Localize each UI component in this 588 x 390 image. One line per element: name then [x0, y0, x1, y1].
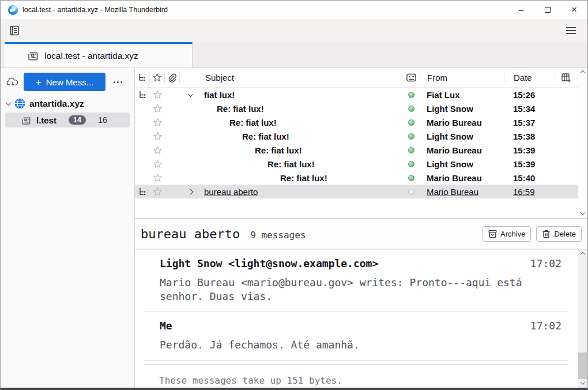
newspaper-icon [28, 51, 39, 61]
row-date: 15:38 [504, 132, 555, 141]
globe-icon [14, 98, 25, 109]
folder-pane-options-button[interactable] [111, 78, 125, 87]
thread-twisty-icon[interactable] [184, 93, 196, 97]
message-list-row[interactable]: Re: fiat lux! Light Snow 15:38 [135, 129, 578, 143]
scrollbar-thumb[interactable] [578, 352, 587, 379]
contact-card-icon [406, 73, 416, 82]
new-message-button[interactable]: + New Mess... [24, 73, 105, 91]
account-name: antartida.xyz [29, 99, 84, 109]
conversation-header: bureau aberto 9 messages Archive [135, 219, 587, 250]
star-icon[interactable] [153, 187, 163, 197]
row-subject: Re: fiat lux! [217, 104, 264, 114]
sidebar-item-account[interactable]: antartida.xyz [1, 93, 134, 112]
message-author: Me [160, 320, 172, 332]
star-icon[interactable] [153, 159, 163, 169]
message-list-row[interactable]: bureau aberto Mario Bureau 16:59 [135, 185, 578, 198]
scroll-down-icon[interactable] [580, 380, 585, 384]
read-status-dot[interactable] [408, 175, 414, 181]
close-button[interactable]: × [561, 1, 587, 19]
thread-twisty-icon[interactable] [184, 190, 196, 194]
correspondents-column-header[interactable] [402, 72, 420, 84]
message-time: 17:02 [530, 257, 561, 269]
row-date: 16:59 [504, 187, 555, 197]
message-item[interactable]: Me 17:02 Perdão. Já fechamos. Até amanhã… [135, 312, 578, 360]
tab-label: local.test - antartida.xyz [44, 51, 138, 61]
scroll-up-icon[interactable] [580, 252, 585, 257]
row-date: 15:39 [504, 159, 555, 169]
message-list-row[interactable]: Re: fiat lux! Mario Bureau 15:40 [135, 171, 578, 185]
from-column-header[interactable]: From [420, 72, 504, 84]
message-item[interactable]: Light Snow <light@snow.example.com> 17:0… [135, 250, 578, 312]
star-icon[interactable] [153, 118, 163, 127]
paperclip-icon [168, 73, 176, 82]
row-subject: Re: fiat lux! [255, 145, 302, 155]
star-column-header[interactable] [150, 72, 165, 84]
row-date: 15:37 [504, 118, 555, 127]
scroll-up-icon[interactable] [581, 70, 585, 75]
message-list-row[interactable]: Re: fiat lux! Light Snow 15:34 [135, 102, 578, 115]
read-status-dot[interactable] [408, 189, 414, 195]
column-picker-button[interactable] [555, 72, 578, 84]
archive-button[interactable]: Archive [483, 226, 531, 242]
date-column-header[interactable]: Date [504, 72, 555, 84]
message-divider [144, 360, 568, 361]
sidebar-item-folder-ltest[interactable]: l.test 14 16 [5, 112, 130, 127]
spaces-toolbar-icon[interactable] [9, 25, 20, 36]
message-list-header: Subject From Date [135, 68, 578, 88]
row-subject: Re: fiat lux! [267, 159, 315, 169]
row-from: Light Snow [420, 159, 504, 169]
message-list-scrolled: Light Snow <light@snow.example.com> 17:0… [135, 250, 578, 388]
subject-column-header[interactable]: Subject [180, 72, 402, 84]
row-from: Mario Bureau [420, 145, 504, 155]
tab-bar: local.test - antartida.xyz [1, 42, 587, 68]
titlebar: local.test - antartida.xyz - Mozilla Thu… [1, 1, 587, 19]
message-list-row[interactable]: Re: fiat lux! Mario Bureau 15:39 [135, 143, 578, 157]
read-status-dot[interactable] [408, 119, 414, 126]
star-icon[interactable] [153, 104, 163, 114]
thread-icon [138, 187, 147, 196]
thread-column-header[interactable] [135, 72, 150, 84]
total-count: 16 [98, 115, 107, 125]
row-from: Mario Bureau [420, 173, 504, 183]
read-status-dot[interactable] [408, 106, 414, 112]
new-message-label: New Mess... [46, 77, 94, 87]
message-list-row[interactable]: Re: fiat lux! Light Snow 15:39 [135, 157, 578, 171]
row-from: Mario Bureau [420, 187, 504, 197]
trash-icon [542, 230, 551, 238]
row-date: 15:39 [504, 145, 555, 155]
attachment-column-header[interactable] [165, 72, 180, 84]
message-reader-pane: Light Snow <light@snow.example.com> 17:0… [135, 250, 587, 388]
message-body: Perdão. Já fechamos. Até amanhã. [160, 338, 534, 352]
sync-cloud-icon[interactable] [6, 77, 19, 87]
message-list-rows: fiat lux! Fiat Lux 15:26 Re: fiat lux! L… [135, 88, 578, 218]
star-icon[interactable] [153, 132, 163, 141]
message-author: Light Snow <light@snow.example.com> [160, 257, 378, 269]
messages-size-footer: These messages take up 151 bytes. [144, 364, 568, 386]
read-status-dot[interactable] [408, 147, 414, 153]
maximize-button[interactable] [534, 1, 561, 19]
thread-icon [138, 91, 147, 99]
scroll-down-icon[interactable] [581, 210, 585, 215]
message-list-row[interactable]: fiat lux! Fiat Lux 15:26 [135, 88, 578, 102]
star-icon[interactable] [153, 173, 163, 183]
app-menu-button[interactable] [562, 23, 579, 38]
tab-mail[interactable]: local.test - antartida.xyz [5, 42, 193, 68]
chevron-down-icon[interactable] [6, 100, 12, 106]
message-list-row[interactable]: Re: fiat lux! Mario Bureau 15:37 [135, 115, 578, 129]
star-icon[interactable] [153, 145, 163, 155]
row-from: Light Snow [420, 104, 504, 114]
conversation-title: bureau aberto [141, 227, 240, 241]
message-list-scrollbar[interactable] [578, 68, 587, 218]
read-status-dot[interactable] [408, 92, 414, 98]
delete-label: Delete [554, 230, 576, 238]
read-status-dot[interactable] [408, 161, 414, 167]
read-status-dot[interactable] [408, 133, 414, 140]
delete-button[interactable]: Delete [536, 226, 582, 242]
minimize-button[interactable]: – [508, 1, 534, 19]
row-date: 15:40 [504, 173, 555, 183]
row-from: Fiat Lux [420, 90, 504, 100]
column-picker-icon [561, 73, 571, 82]
star-icon[interactable] [153, 90, 163, 100]
row-from: Mario Bureau [420, 118, 504, 127]
reader-scrollbar[interactable] [578, 250, 587, 388]
